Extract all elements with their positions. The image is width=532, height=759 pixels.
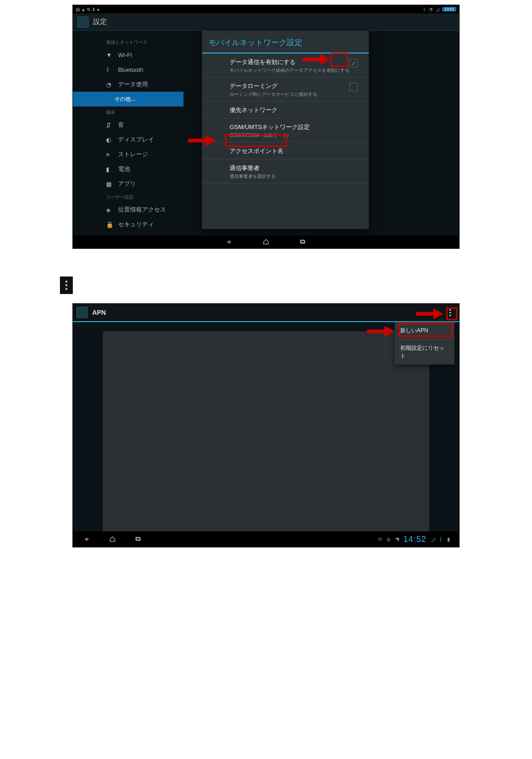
recent-button[interactable] (134, 536, 143, 542)
dropdown-item-reset[interactable]: 初期設定にリセット (395, 340, 455, 365)
annotation-arrow-checkbox (302, 54, 330, 65)
settings-app-icon (77, 307, 88, 318)
annotation-box-new-apn (398, 323, 453, 337)
sidebar-label: Wi-Fi (118, 52, 132, 59)
download-icon: ⬇ (92, 7, 95, 12)
sync-icon: ● (97, 7, 100, 12)
app-title: APN (92, 309, 106, 316)
apps-icon: ▦ (106, 181, 112, 187)
app-title: 設定 (93, 18, 107, 26)
section-wireless: 無線とネットワーク (73, 36, 183, 47)
status-icons-right: ᛒ ◔ ◿ 13:51 (423, 7, 456, 12)
dialog-title: モバイルネットワーク設定 (202, 31, 369, 53)
sidebar-label: 電池 (118, 165, 130, 173)
dialog-item-title: 優先ネットワーク (230, 106, 362, 114)
checkbox-roaming[interactable] (349, 83, 358, 91)
bt-icon: ᛒ (423, 7, 426, 12)
warning-icon: ▲ (81, 7, 86, 12)
sidebar-item-bluetooth[interactable]: ᛒ Bluetooth (73, 62, 183, 77)
status-bar: ▤ ▲ ⇅ ⬇ ● ᛒ ◔ ◿ 13:51 (73, 5, 459, 13)
sidebar-label: Bluetooth (118, 66, 143, 73)
sidebar-label: 音 (118, 121, 124, 129)
system-nav-bar: ⟳ ψ ◥ 14:52 ◿ ᛒ ▮ (73, 531, 459, 547)
sd-icon: ▤ (76, 7, 80, 12)
dialog-item-sub: 通信事業者を選択する (230, 173, 362, 179)
sidebar-label: ストレージ (118, 150, 148, 159)
section-device: 端末 (73, 106, 183, 118)
dialog-item-roaming[interactable]: データローミング ローミング時にデータサービスに接続する (202, 77, 369, 101)
app-bar: 設定 (73, 13, 459, 31)
app-bar-apn: APN (73, 304, 459, 322)
sidebar-item-wifi[interactable]: ▼ Wi-Fi (73, 47, 183, 62)
dialog-item-title: アクセスポイント名 (230, 147, 362, 155)
sidebar-item-battery[interactable]: ▮ 電池 (73, 162, 183, 177)
sidebar-item-storage[interactable]: ≡ ストレージ (73, 147, 183, 162)
wifi-icon: ▼ (106, 52, 112, 58)
section-personal: ユーザー設定 (73, 191, 183, 202)
sidebar-item-data-usage[interactable]: ◔ データ使用 (73, 77, 183, 92)
dialog-item-title: データローミング (230, 82, 362, 90)
three-dots-icon (65, 281, 67, 290)
sound-icon: ⇵ (106, 122, 112, 128)
sidebar-label: データ使用 (118, 80, 148, 88)
settings-sidebar: 無線とネットワーク ▼ Wi-Fi ᛒ Bluetooth ◔ データ使用 その… (73, 31, 183, 235)
dialog-item-sub: モバイルネットワーク経由のデータアクセスを有効にする (230, 67, 362, 73)
sidebar-item-sound[interactable]: ⇵ 音 (73, 118, 183, 132)
overflow-menu-icon-sample (60, 277, 73, 294)
dialog-item-title: GSM/UMTSネットワーク設定 (230, 123, 362, 131)
status-icons-left: ▤ ▲ ⇅ ⬇ ● (76, 7, 100, 12)
dialog-item-carrier[interactable]: 通信事業者 通信事業者を選択する (202, 159, 369, 183)
settings-app-icon (77, 17, 89, 28)
annotation-box-overflow (446, 307, 457, 320)
display-icon: ◐ (106, 136, 112, 143)
battery-icon: ▮ (106, 166, 112, 172)
sidebar-label: その他... (114, 95, 136, 103)
checkbox-enable-data[interactable]: ✓ (349, 59, 358, 67)
usb-icon: ψ (387, 536, 390, 542)
annotation-arrow-overflow (416, 308, 443, 319)
home-button[interactable] (261, 239, 271, 245)
annotation-box-apn (225, 134, 287, 147)
recent-button[interactable] (298, 239, 307, 245)
apn-list-panel (103, 331, 429, 531)
screenshot-apn-list: APN 新しいAPN 初期設定にリセット ⟳ ψ ◥ 14:52 ◿ ᛒ (72, 303, 460, 547)
annotation-arrow-apn (188, 135, 216, 146)
back-button[interactable] (225, 239, 234, 245)
data-icon: ◔ (106, 81, 112, 88)
annotation-box-checkbox (331, 53, 348, 67)
bt-icon: ᛒ (439, 536, 443, 542)
signal-icon: ◿ (436, 7, 439, 12)
sidebar-item-location[interactable]: ◈ 位置情報アクセス (73, 202, 183, 217)
sync-icon: ⟳ (378, 536, 382, 542)
system-nav-bar (73, 235, 459, 248)
location-icon: ◈ (106, 206, 112, 213)
alarm-icon: ◔ (429, 7, 433, 12)
dialog-item-preferred-network[interactable]: 優先ネットワーク (202, 101, 369, 118)
sidebar-label: アプリ (118, 180, 136, 188)
sidebar-label: ディスプレイ (118, 135, 154, 144)
sidebar-item-display[interactable]: ◐ ディスプレイ (73, 132, 183, 147)
signal-icon: ◿ (431, 536, 435, 542)
battery-icon: ▮ (447, 536, 450, 542)
annotation-arrow-new-apn (367, 326, 395, 337)
sidebar-label: 位置情報アクセス (118, 206, 166, 214)
dialog-item-title: 通信事業者 (230, 164, 362, 172)
sidebar-item-security[interactable]: 🔒 セキュリティ (73, 217, 183, 232)
sidebar-label: セキュリティ (118, 220, 154, 229)
sidebar-item-apps[interactable]: ▦ アプリ (73, 177, 183, 191)
lock-icon: 🔒 (106, 221, 112, 228)
screenshot-settings-mobile-network: ▤ ▲ ⇅ ⬇ ● ᛒ ◔ ◿ 13:51 設定 無線とネットワーク ▼ Wi-… (72, 5, 460, 249)
bluetooth-icon: ᛒ (106, 66, 112, 73)
back-button[interactable] (82, 536, 91, 542)
clock: 14:52 (403, 535, 426, 544)
dialog-item-sub: ローミング時にデータサービスに接続する (230, 91, 362, 97)
sidebar-item-more[interactable]: その他... (73, 92, 183, 106)
clock: 13:51 (442, 7, 456, 12)
storage-icon: ≡ (106, 151, 112, 158)
wifi-icon: ◥ (395, 536, 399, 542)
home-button[interactable] (108, 536, 117, 542)
usb-icon: ⇅ (87, 7, 90, 12)
